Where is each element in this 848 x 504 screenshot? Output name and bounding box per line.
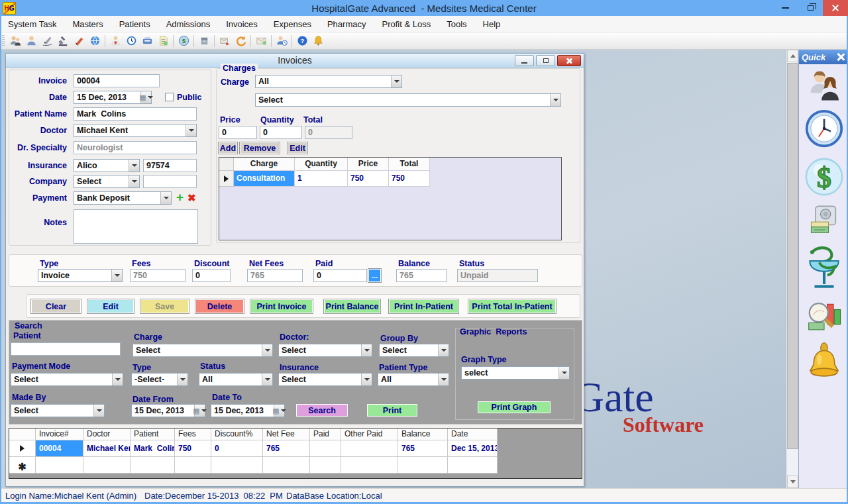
column-header[interactable]: Doctor xyxy=(83,428,131,440)
quick-close-icon[interactable] xyxy=(836,52,845,62)
chevron-down-icon[interactable] xyxy=(550,94,560,106)
discount-cell[interactable]: 0 xyxy=(211,440,263,457)
quantity-cell[interactable]: 1 xyxy=(295,171,348,187)
doctor-cell[interactable]: Michael Kent xyxy=(83,440,131,457)
chevron-down-icon[interactable] xyxy=(361,374,372,385)
type-dropdown[interactable]: Invoice xyxy=(38,269,123,282)
quick-patients-icon[interactable] xyxy=(799,67,848,104)
quantity-field[interactable]: 0 xyxy=(260,126,302,139)
quick-pharmacy-icon[interactable] xyxy=(799,244,848,293)
fax-icon[interactable] xyxy=(139,34,155,48)
public-checkbox[interactable] xyxy=(165,93,174,101)
add-charge-button[interactable]: Add xyxy=(219,142,237,154)
quick-deposits-icon[interactable] xyxy=(799,203,848,238)
charges-grid-row[interactable]: Consultation 1 750 750 xyxy=(219,171,561,187)
price-cell[interactable]: 750 xyxy=(348,171,389,187)
send-mail-icon[interactable] xyxy=(217,34,233,48)
payment-mode-dropdown[interactable]: Select xyxy=(11,373,123,386)
menu-item-admissions[interactable]: Admissions xyxy=(158,16,218,32)
invoice-number-cell[interactable]: 00004 xyxy=(36,440,83,457)
print-inpatient-button[interactable]: Print In-Patient xyxy=(389,299,458,313)
net-fee-cell[interactable]: 765 xyxy=(263,440,310,457)
empty-cell[interactable] xyxy=(175,457,211,474)
search-button[interactable]: Search xyxy=(296,404,348,417)
menu-item-masters[interactable]: Masters xyxy=(64,16,111,32)
scroll-up-button[interactable] xyxy=(787,50,798,62)
print-balance-button[interactable]: Print Balance xyxy=(324,299,380,313)
empty-cell[interactable] xyxy=(211,457,263,474)
travel-icon[interactable] xyxy=(87,34,103,48)
invoices-window-titlebar[interactable]: Invoices xyxy=(6,54,584,68)
search-patient-field[interactable] xyxy=(11,342,121,356)
quick-reports-icon[interactable] xyxy=(799,297,848,336)
charge-select-dropdown[interactable]: Select xyxy=(255,93,561,107)
insurance-number-field[interactable]: 97574 xyxy=(143,159,197,172)
balance-cell[interactable]: 765 xyxy=(398,440,448,457)
column-header[interactable]: Balance xyxy=(398,428,448,440)
paid-more-button[interactable]: ... xyxy=(368,269,381,282)
column-header[interactable]: Paid xyxy=(310,428,341,440)
calendar-icon[interactable]: ▦ xyxy=(194,405,205,417)
graph-type-dropdown[interactable]: select xyxy=(461,366,570,379)
billing-icon[interactable] xyxy=(155,34,171,48)
empty-cell[interactable] xyxy=(341,457,398,474)
column-header[interactable]: Invoice# xyxy=(36,428,83,440)
column-header[interactable]: Total xyxy=(389,158,430,171)
results-row[interactable]: 00004 Michael Kent Mark Colins 750 0 765… xyxy=(9,440,582,457)
empty-cell[interactable] xyxy=(448,457,498,474)
chevron-down-icon[interactable] xyxy=(438,344,449,356)
chevron-down-icon[interactable] xyxy=(558,367,569,379)
specialty-field[interactable]: Neurologist xyxy=(74,141,197,154)
menu-item-expenses[interactable]: Expenses xyxy=(266,16,319,32)
search-status-dropdown[interactable]: All xyxy=(199,373,273,386)
payment-dropdown[interactable]: Bank Deposit xyxy=(74,191,172,205)
restore-button[interactable] xyxy=(798,0,823,16)
row-selector[interactable] xyxy=(9,440,36,457)
add-payment-icon[interactable]: + xyxy=(176,190,184,205)
company-dropdown[interactable]: Select xyxy=(74,175,140,188)
column-header[interactable]: Patient xyxy=(131,428,175,440)
chevron-down-icon[interactable] xyxy=(186,125,196,136)
lab-icon[interactable] xyxy=(55,34,71,48)
patient-cell[interactable]: Mark Colins xyxy=(131,440,175,457)
chevron-down-icon[interactable] xyxy=(111,270,122,281)
menu-item-help[interactable]: Help xyxy=(475,16,509,32)
signature-icon[interactable] xyxy=(39,34,55,48)
close-button[interactable] xyxy=(823,0,848,16)
empty-cell[interactable] xyxy=(263,457,310,474)
column-header[interactable]: Date xyxy=(448,428,498,440)
chevron-down-icon[interactable] xyxy=(93,405,104,417)
minimize-button[interactable] xyxy=(772,0,798,16)
remove-charge-button[interactable]: Remove xyxy=(240,142,280,154)
fees-cell[interactable]: 750 xyxy=(175,440,211,457)
doctor-dropdown[interactable]: Michael Kent xyxy=(74,124,197,137)
made-by-dropdown[interactable]: Select xyxy=(11,404,105,417)
discount-field[interactable]: 0 xyxy=(192,269,231,282)
patient-icon[interactable] xyxy=(23,34,39,48)
chevron-down-icon[interactable] xyxy=(438,374,449,385)
quick-payments-icon[interactable]: $ xyxy=(799,156,848,198)
chevron-down-icon[interactable] xyxy=(129,176,139,187)
date-from-picker[interactable]: 15 Dec, 2013 ▦ xyxy=(131,404,205,417)
chevron-down-icon[interactable] xyxy=(160,192,171,204)
quick-alerts-icon[interactable] xyxy=(799,341,848,385)
column-header[interactable]: Other Paid xyxy=(341,428,398,440)
search-doctor-dropdown[interactable]: Select xyxy=(278,344,372,357)
quick-appointments-icon[interactable] xyxy=(799,108,848,149)
help-icon[interactable]: ? xyxy=(294,34,310,48)
empty-cell[interactable] xyxy=(83,457,131,474)
staff-time-icon[interactable] xyxy=(274,34,290,48)
chevron-down-icon[interactable] xyxy=(177,374,187,385)
refresh-icon[interactable] xyxy=(233,34,248,48)
date-cell[interactable]: Dec 15, 2013 xyxy=(448,440,498,457)
patient-type-dropdown[interactable]: All xyxy=(378,373,449,386)
group-by-dropdown[interactable]: Select xyxy=(379,344,449,357)
calendar-icon[interactable]: ▦ xyxy=(274,405,284,417)
child-restore-button[interactable] xyxy=(536,55,555,66)
delete-button[interactable]: Delete xyxy=(195,299,244,313)
paid-cell[interactable] xyxy=(310,440,341,457)
chevron-down-icon[interactable] xyxy=(262,344,272,356)
print-total-inpatient-button[interactable]: Print Total In-Patient xyxy=(468,299,556,313)
remove-payment-icon[interactable]: ✖ xyxy=(187,192,196,204)
print-button[interactable]: Print xyxy=(367,404,417,417)
